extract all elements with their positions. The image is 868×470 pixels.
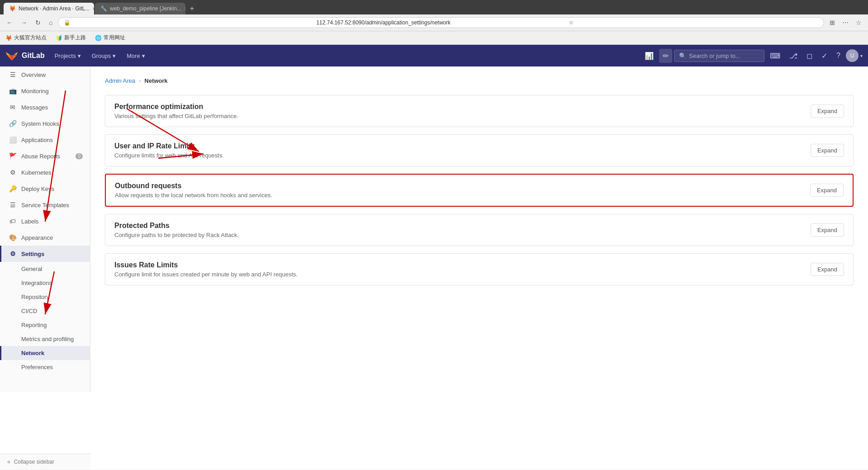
tab-favicon: 🦊: [9, 5, 16, 12]
sidebar-sub-integrations[interactable]: Integrations: [0, 276, 90, 290]
browser-tab-active[interactable]: 🦊 Network · Admin Area · GitL... ✕: [4, 3, 94, 14]
gitlab-wordmark: GitLab: [22, 52, 45, 60]
tab-label-2: web_demo_pipeline [Jenkin...: [110, 5, 181, 12]
chevron-down-icon-2: ▾: [113, 52, 116, 59]
section-outbound-expand-btn[interactable]: Expand: [810, 184, 844, 197]
section-performance-expand-btn[interactable]: Expand: [811, 104, 844, 118]
help-icon[interactable]: ?: [833, 49, 844, 62]
new-tab-button[interactable]: +: [186, 3, 198, 14]
section-outbound-requests: Outbound requests Allow requests to the …: [105, 174, 854, 207]
monitoring-icon: 📺: [9, 87, 17, 95]
sidebar-item-kubernetes[interactable]: ⚙ Kubernetes: [0, 164, 90, 180]
section-protected-paths: Protected Paths Configure paths to be pr…: [105, 214, 854, 246]
sidebar-item-abuse-reports[interactable]: 🚩 Abuse Reports 0: [0, 148, 90, 164]
browser-toolbar: ← → ↻ ⌂ 🔒 112.74.167.52:8090/admin/appli…: [0, 14, 868, 31]
sidebar-item-deploy-keys[interactable]: 🔑 Deploy Keys: [0, 180, 90, 197]
section-user-ip-rate-limits: User and IP Rate Limits Configure limits…: [105, 134, 854, 166]
gitlab-logo-icon: [5, 49, 18, 62]
sidebar-sub-network[interactable]: Network: [0, 346, 90, 360]
section-performance-header: Performance optimization Various setting…: [105, 95, 853, 127]
sidebar-item-service-templates[interactable]: ☰ Service Templates: [0, 197, 90, 213]
pencil-icon-btn[interactable]: ✏: [659, 49, 672, 63]
section-rate-limits-expand-btn[interactable]: Expand: [811, 144, 844, 157]
applications-icon: ⬜: [9, 136, 17, 143]
sidebar-item-labels[interactable]: 🏷 Labels: [0, 213, 90, 229]
bookmark-3[interactable]: 🌐 常用网址: [93, 33, 127, 43]
sidebar-sub-repository[interactable]: Repository: [0, 290, 90, 304]
tab-close-btn[interactable]: ✕: [92, 6, 94, 11]
sidebar-item-overview[interactable]: ☰ Overview: [0, 66, 90, 83]
browser-chrome: 🦊 Network · Admin Area · GitL... ✕ 🔧 web…: [0, 0, 868, 14]
section-protected-title: Protected Paths: [114, 222, 239, 230]
browser-tab-inactive[interactable]: 🔧 web_demo_pipeline [Jenkin... ✕: [95, 3, 185, 14]
home-button[interactable]: ⌂: [46, 17, 55, 28]
nav-search[interactable]: 🔍 Search or jump to...: [674, 50, 764, 62]
user-avatar[interactable]: U: [846, 49, 859, 62]
abuse-reports-badge: 0: [75, 153, 83, 159]
gitlab-topnav: GitLab Projects ▾ Groups ▾ More ▾ 📊 ✏ 🔍 …: [0, 45, 868, 66]
star-btn[interactable]: ☆: [853, 17, 864, 28]
sidebar-sub-general[interactable]: General: [0, 262, 90, 276]
address-bar[interactable]: 🔒 112.74.167.52:8090/admin/application_s…: [58, 17, 824, 28]
nav-more[interactable]: More ▾: [122, 50, 150, 62]
breadcrumb-separator: ›: [139, 77, 141, 84]
main-content: Admin Area › Network Performance optimiz…: [90, 66, 868, 470]
sidebar-wrapper: ☰ Overview 📺 Monitoring ✉ Messages 🔗 Sys…: [0, 66, 90, 470]
bookmark-2[interactable]: 🔰 新手上路: [54, 33, 88, 43]
section-protected-expand-btn[interactable]: Expand: [811, 223, 844, 237]
menu-btn[interactable]: ⋯: [840, 17, 851, 28]
avatar-chevron: ▾: [860, 53, 863, 58]
tab-favicon-2: 🔧: [100, 5, 107, 12]
sidebar-item-messages[interactable]: ✉ Messages: [0, 99, 90, 115]
keyboard-shortcuts-icon[interactable]: ⌨: [766, 49, 784, 63]
sidebar-item-appearance[interactable]: 🎨 Appearance: [0, 229, 90, 246]
bookmark-icon-3: 🌐: [95, 35, 102, 41]
chart-icon-btn[interactable]: 📊: [641, 49, 657, 63]
appearance-icon: 🎨: [9, 234, 17, 241]
address-text: 112.74.167.52:8090/admin/application_set…: [316, 19, 566, 26]
settings-icon: ⚙: [9, 250, 17, 257]
sidebar-item-system-hooks[interactable]: 🔗 System Hooks: [0, 115, 90, 132]
search-placeholder: Search or jump to...: [689, 52, 740, 59]
sidebar-collapse-btn[interactable]: « Collapse sidebar: [0, 454, 90, 470]
todo-icon[interactable]: ✓: [818, 49, 831, 63]
overview-icon: ☰: [9, 71, 17, 78]
collapse-icon: «: [7, 459, 10, 465]
abuse-reports-icon: 🚩: [9, 152, 17, 160]
breadcrumb: Admin Area › Network: [105, 77, 854, 84]
nav-groups[interactable]: Groups ▾: [87, 50, 121, 62]
section-rate-limits-desc: Configure limits for web and API request…: [114, 152, 224, 159]
issues-icon[interactable]: ◻: [803, 49, 816, 63]
section-rate-limits-text: User and IP Rate Limits Configure limits…: [114, 142, 224, 159]
sidebar-sub-preferences[interactable]: Preferences: [0, 360, 90, 374]
merge-requests-icon[interactable]: ⎇: [786, 49, 801, 63]
refresh-button[interactable]: ↻: [33, 17, 43, 28]
section-issues-title: Issues Rate Limits: [114, 261, 297, 269]
breadcrumb-admin-area[interactable]: Admin Area: [105, 77, 135, 84]
breadcrumb-current: Network: [145, 77, 168, 84]
section-protected-desc: Configure paths to be protected by Rack …: [114, 232, 239, 238]
section-performance-title: Performance optimization: [114, 103, 238, 111]
nav-projects[interactable]: Projects ▾: [50, 50, 85, 62]
bookmark-icon: ☆: [569, 19, 818, 26]
sidebar-item-monitoring[interactable]: 📺 Monitoring: [0, 83, 90, 99]
sidebar-item-settings[interactable]: ⚙ Settings: [0, 246, 90, 262]
chevron-down-icon: ▾: [78, 52, 81, 59]
kubernetes-icon: ⚙: [9, 169, 17, 176]
bookmark-1[interactable]: 🦊 火狐官方站点: [4, 33, 48, 43]
section-issues-expand-btn[interactable]: Expand: [811, 263, 844, 276]
tab-close-btn-2[interactable]: ✕: [184, 6, 185, 11]
sidebar-sub-reporting[interactable]: Reporting: [0, 318, 90, 332]
section-performance-desc: Various settings that affect GitLab perf…: [114, 113, 238, 119]
sidebar-sub-cicd[interactable]: CI/CD: [0, 304, 90, 318]
extensions-btn[interactable]: ⊞: [827, 17, 838, 28]
bookmark-icon-1: 🦊: [5, 35, 12, 41]
forward-button[interactable]: →: [18, 17, 30, 28]
sidebar-sub-metrics-profiling[interactable]: Metrics and profiling: [0, 332, 90, 346]
browser-menu-icons: ⊞ ⋯ ☆: [827, 17, 864, 28]
section-outbound-header: Outbound requests Allow requests to the …: [106, 175, 853, 206]
sidebar-item-applications[interactable]: ⬜ Applications: [0, 132, 90, 148]
gitlab-logo[interactable]: GitLab: [5, 49, 45, 62]
section-outbound-title: Outbound requests: [115, 182, 272, 190]
back-button[interactable]: ←: [4, 17, 15, 28]
